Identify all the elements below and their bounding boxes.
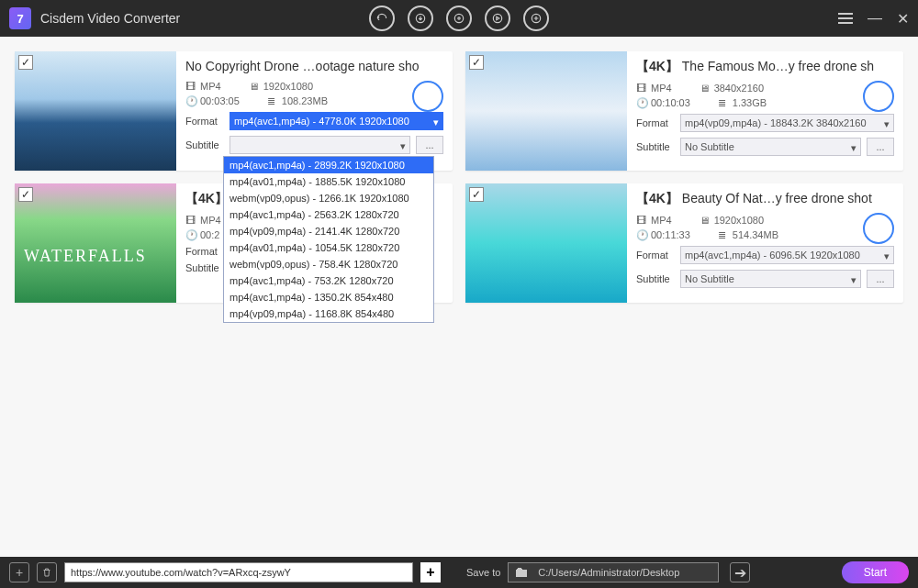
duration-label: 🕐00:11:33 xyxy=(636,229,690,240)
open-folder-button[interactable]: ➔ xyxy=(730,562,750,582)
format-dropdown[interactable]: mp4(avc1,mp4a) - 2899.2K 1920x1080 mp4(a… xyxy=(223,156,434,323)
select-checkbox[interactable]: ✓ xyxy=(18,55,33,70)
app-logo: 7 xyxy=(9,7,31,29)
more-button[interactable]: ... xyxy=(867,138,894,156)
format-select[interactable]: mp4(avc1,mp4a) - 6096.5K 1920x1080▾ xyxy=(680,246,894,264)
subtitle-select[interactable]: ▾ xyxy=(230,136,410,154)
window-controls: — ✕ xyxy=(838,10,909,28)
format-option[interactable]: mp4(av01,mp4a) - 1885.5K 1920x1080 xyxy=(224,173,433,190)
subtitle-label: Subtitle xyxy=(185,139,224,150)
bottombar: + + Save to 🖿 ➔ Start xyxy=(0,557,918,588)
subtitle-label: Subtitle xyxy=(185,262,224,273)
size-label: ≣108.23MB xyxy=(267,95,328,106)
play-tab-icon[interactable] xyxy=(523,6,549,31)
container-label: 🎞MP4 xyxy=(185,81,221,92)
svg-point-1 xyxy=(454,14,463,22)
add-file-button[interactable]: + xyxy=(9,562,29,582)
format-option[interactable]: mp4(avc1,mp4a) - 2563.2K 1280x720 xyxy=(224,206,433,223)
subtitle-label: Subtitle xyxy=(636,141,675,152)
duration-label: 🕐00:10:03 xyxy=(636,97,690,108)
download-button[interactable] xyxy=(863,81,894,112)
minimize-button[interactable]: — xyxy=(868,10,882,27)
convert-tab-icon[interactable] xyxy=(369,6,395,31)
delete-button[interactable] xyxy=(37,562,57,582)
format-option[interactable]: mp4(avc1,mp4a) - 753.2K 1280x720 xyxy=(224,272,433,289)
format-option[interactable]: webm(vp09,opus) - 758.4K 1280x720 xyxy=(224,256,433,272)
format-option[interactable]: mp4(avc1,mp4a) - 2899.2K 1920x1080 xyxy=(224,157,433,173)
thumbnail[interactable]: ✓ xyxy=(465,183,627,303)
video-title: 【4K】 The Famous Mo…y free drone sh xyxy=(636,59,894,75)
format-label: Format xyxy=(185,116,224,127)
resolution-label: 🖥3840x2160 xyxy=(700,83,764,94)
format-select[interactable]: mp4(vp09,mp4a) - 18843.2K 3840x2160▾ xyxy=(680,114,894,132)
mode-tabs xyxy=(369,6,549,31)
saveto-input[interactable] xyxy=(534,563,718,582)
rip-tab-icon[interactable] xyxy=(446,6,472,31)
format-label: Format xyxy=(636,250,675,261)
url-input[interactable] xyxy=(64,562,413,582)
thumbnail[interactable]: ✓ xyxy=(465,51,627,171)
format-option[interactable]: webm(vp09,opus) - 1266.1K 1920x1080 xyxy=(224,190,433,206)
container-label: 🎞MP4 xyxy=(636,83,672,94)
video-card: ✓ No Copyright Drone …ootage nature sho … xyxy=(15,51,453,171)
start-button[interactable]: Start xyxy=(842,561,909,583)
resolution-label: 🖥1920x1080 xyxy=(249,81,313,92)
thumbnail[interactable]: ✓ xyxy=(15,51,176,171)
saveto-field: 🖿 xyxy=(508,562,719,582)
download-button[interactable] xyxy=(863,213,894,244)
video-title: No Copyright Drone …ootage nature sho xyxy=(185,59,443,73)
app-title: Cisdem Video Converter xyxy=(40,11,180,26)
format-select[interactable]: mp4(avc1,mp4a) - 4778.0K 1920x1080▾ xyxy=(230,112,443,130)
more-button[interactable]: ... xyxy=(416,136,443,154)
download-button[interactable] xyxy=(412,81,443,112)
video-card: ✓ 【4K】 The Famous Mo…y free drone sh 🎞MP… xyxy=(465,51,903,171)
format-label: Format xyxy=(185,246,224,257)
container-label: 🎞MP4 xyxy=(636,215,672,226)
subtitle-label: Subtitle xyxy=(636,273,675,284)
select-checkbox[interactable]: ✓ xyxy=(469,55,484,70)
format-option[interactable]: mp4(av01,mp4a) - 1054.5K 1280x720 xyxy=(224,239,433,256)
format-option[interactable]: mp4(vp09,mp4a) - 1168.8K 854x480 xyxy=(224,305,433,322)
size-label: ≣514.34MB xyxy=(718,229,778,240)
format-option[interactable]: mp4(vp09,mp4a) - 2141.4K 1280x720 xyxy=(224,223,433,239)
format-option[interactable]: mp4(avc1,mp4a) - 1350.2K 854x480 xyxy=(224,289,433,305)
more-button[interactable]: ... xyxy=(867,270,894,288)
select-checkbox[interactable]: ✓ xyxy=(469,187,484,202)
thumbnail[interactable]: ✓ WATERFALLS xyxy=(15,183,176,303)
subtitle-select[interactable]: No Subtitle▾ xyxy=(680,138,861,156)
download-tab-icon[interactable] xyxy=(408,6,433,31)
container-label: 🎞MP4 xyxy=(185,215,221,226)
video-title: 【4K】 Beauty Of Nat…y free drone shot xyxy=(636,191,894,207)
format-label: Format xyxy=(636,117,675,128)
video-list: ✓ No Copyright Drone …ootage nature sho … xyxy=(0,37,918,317)
svg-point-3 xyxy=(493,14,501,22)
add-url-button[interactable]: + xyxy=(420,562,441,582)
duration-label: 🕐00:03:05 xyxy=(185,95,240,106)
menu-button[interactable] xyxy=(838,13,853,24)
duration-label: 🕐00:2 xyxy=(185,229,219,240)
edit-tab-icon[interactable] xyxy=(485,6,510,31)
video-card: ✓ 【4K】 Beauty Of Nat…y free drone shot 🎞… xyxy=(465,183,903,303)
resolution-label: 🖥1920x1080 xyxy=(700,215,764,226)
folder-icon: 🖿 xyxy=(509,564,534,581)
select-checkbox[interactable]: ✓ xyxy=(18,187,33,202)
size-label: ≣1.33GB xyxy=(718,97,767,108)
titlebar: 7 Cisdem Video Converter — ✕ xyxy=(0,0,918,37)
close-button[interactable]: ✕ xyxy=(897,10,909,28)
svg-point-2 xyxy=(458,17,460,19)
subtitle-select[interactable]: No Subtitle▾ xyxy=(680,270,861,288)
saveto-label: Save to xyxy=(466,567,500,578)
